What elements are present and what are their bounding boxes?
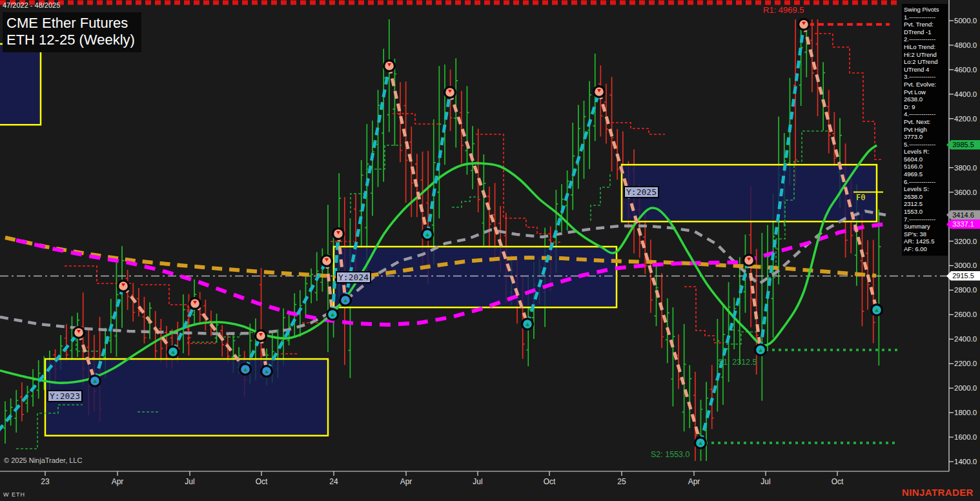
price-marker-tag: 2915.5 (946, 271, 980, 281)
price-marker-tag: 3985.5 (946, 140, 980, 150)
swing-pivots-panel-line: 2638.0 (904, 193, 946, 201)
price-tick-label: 4800.0 (954, 41, 977, 49)
price-tick-label: 3600.0 (954, 189, 977, 196)
f0-level-label: F0 (856, 193, 865, 202)
price-tick-label: 2200.0 (954, 360, 977, 367)
swing-pivots-panel-line: Pvt. Trend: (904, 21, 946, 28)
swing-high-marker (444, 86, 456, 99)
support1-level-label: S1: 2312.5 (718, 358, 757, 367)
price-tick-label: 1800.0 (954, 409, 977, 416)
swing-high-marker (383, 59, 396, 72)
time-tick-label: Jul (185, 477, 194, 486)
swing-pivots-panel-line: 1.------------- (904, 14, 946, 21)
swing-pivots-panel-line: Swing Pivots (904, 6, 946, 14)
time-tick-label: 24 (329, 477, 338, 486)
copyright-text: © 2025 NinjaTrader, LLC (4, 456, 82, 464)
year-range-box (45, 359, 328, 436)
swing-pivots-info-panel: Swing Pivots1.-------------Pvt. Trend:DT… (902, 4, 948, 256)
swing-pivots-panel-line: 1553.0 (904, 208, 946, 216)
resistance1-level-label: R1: 4969.5 (763, 5, 804, 15)
time-tick-label: 25 (617, 477, 626, 486)
price-tick-label: 2000.0 (954, 384, 977, 392)
swing-high-marker (254, 329, 267, 342)
swing-low-marker (167, 345, 179, 358)
swing-pivots-panel-line: Pvt. Next: (904, 118, 946, 126)
swing-pivots-panel-line: 3773.0 (904, 133, 946, 141)
swing-pivots-panel-line: Levels S: (904, 185, 946, 193)
price-tick-label: 2400.0 (954, 335, 977, 343)
swing-low-marker (88, 374, 101, 387)
price-tick-label: 3800.0 (954, 164, 977, 172)
price-tick-label: 3200.0 (954, 238, 977, 245)
ninjatrader-chart-window: 47/2022 - 48/2025 CME Ether Futures ETH … (0, 0, 980, 501)
swing-pivots-panel-line: 2.------------- (904, 36, 946, 43)
swing-pivots-panel-line: Summary (904, 223, 946, 230)
swing-pivots-panel-line: 5604.0 (904, 156, 946, 163)
swing-pivots-panel-line: 7.------------- (904, 216, 946, 223)
year-range-box (334, 247, 617, 307)
swing-low-marker (326, 308, 339, 321)
price-tick-label: 5000.0 (954, 17, 977, 25)
swing-high-marker (117, 280, 130, 292)
swing-high-marker (189, 297, 201, 310)
year-2024-range-label: Y:2024 (336, 271, 371, 283)
price-chart-canvas[interactable] (0, 0, 980, 501)
swing-pivots-panel-line: 4969.5 (904, 170, 946, 178)
price-tick-label: 1600.0 (954, 433, 977, 441)
swing-pivots-panel-line: 5166.0 (904, 163, 946, 170)
swing-high-marker (593, 85, 606, 98)
price-tick-label: 2600.0 (954, 311, 977, 318)
swing-low-marker (339, 294, 352, 307)
swing-pivots-panel-line: 4.------------- (904, 110, 946, 118)
time-tick-label: Oct (256, 477, 268, 486)
support2-level-label: S2: 1553.0 (651, 450, 689, 459)
swing-low-marker (870, 303, 883, 316)
ninjatrader-logo: NINJATRADER (902, 487, 974, 498)
swing-pivots-panel-line: Levels R: (904, 148, 946, 156)
swing-pivots-panel-line: AF: 6.00 (904, 245, 946, 253)
price-tick-label: 3000.0 (954, 261, 977, 269)
visible-range-label: 47/2022 - 48/2025 (3, 1, 60, 9)
time-tick-label: Apr (112, 477, 124, 486)
swing-pivots-panel-line: AR: 1425.5 (904, 238, 946, 245)
swing-low-marker (694, 436, 707, 449)
swing-high-marker (72, 326, 85, 339)
time-tick-label: Jul (761, 477, 770, 486)
swing-high-marker (797, 18, 810, 31)
price-tick-label: 4400.0 (954, 90, 977, 98)
swing-pivots-panel-line: 6.------------- (904, 178, 946, 186)
swing-pivots-panel-line: UTrend 4 (904, 66, 946, 74)
swing-pivots-panel-line: Pvt High (904, 126, 946, 134)
time-tick-label: Oct (832, 477, 844, 486)
price-marker-tag: 3337.1 (946, 220, 980, 229)
time-tick-label: 23 (41, 477, 49, 486)
price-marker-tag: 3414.6 (946, 210, 980, 220)
chart-title-box: CME Ether Futures ETH 12-25 (Weekly) (3, 12, 141, 52)
time-tick-label: Jul (473, 477, 482, 486)
swing-pivots-panel-line: Hi:2 UTrend (904, 51, 946, 59)
swing-high-marker (742, 254, 755, 267)
swing-pivots-panel-line: DTrend -1 (904, 28, 946, 36)
swing-low-marker (754, 343, 767, 356)
swing-pivots-panel-line: Pvt. Evolve: (904, 81, 946, 88)
swing-high-marker (320, 254, 333, 267)
swing-low-marker (239, 363, 252, 376)
swing-pivots-panel-line: 3.------------- (904, 73, 946, 81)
swing-low-marker (521, 318, 534, 331)
swing-pivots-panel-line: 2638.0 (904, 96, 946, 103)
time-tick-label: Apr (400, 477, 413, 486)
price-tick-label: 2800.0 (954, 286, 977, 294)
swing-pivots-panel-line: Pvt Low (904, 88, 946, 96)
swing-pivots-panel-line: SP's: 38 (904, 230, 946, 238)
price-tick-label: 1400.0 (954, 458, 977, 465)
price-tick-label: 4600.0 (954, 66, 977, 74)
time-tick-label: Oct (544, 477, 556, 486)
swing-pivots-panel-line: Lo:2 UTrend (904, 58, 946, 66)
swing-pivots-panel-line: 5.------------- (904, 141, 946, 148)
swing-pivots-panel-line: D: 9 (904, 103, 946, 111)
swing-pivots-panel-line: HiLo Trend: (904, 43, 946, 51)
swing-low-marker (260, 365, 273, 378)
instrument-code-label: W ETH (3, 491, 25, 498)
chart-title-line1: CME Ether Futures (6, 15, 135, 32)
swing-high-marker (332, 227, 345, 240)
